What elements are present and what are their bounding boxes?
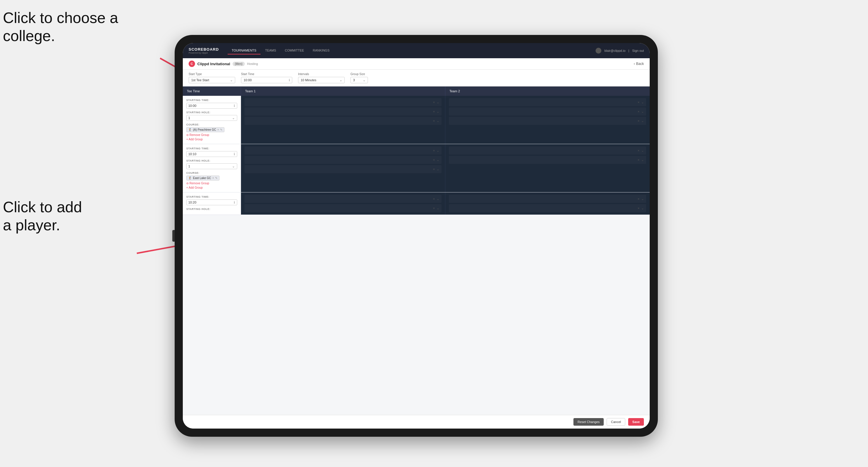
row-2-t2p1-arrow[interactable]: ⌄ bbox=[641, 149, 644, 153]
row-1-t2p2-arrow[interactable]: ⌄ bbox=[641, 110, 644, 114]
row-2-course-remove[interactable]: × bbox=[212, 177, 214, 180]
row-3-team1-player2[interactable]: × ⌄ bbox=[245, 204, 441, 212]
row-1-t2p3-arrow[interactable]: ⌄ bbox=[641, 119, 644, 123]
row-2-time-input[interactable] bbox=[186, 151, 237, 157]
row-2-team1-player1[interactable]: × ⌄ bbox=[245, 147, 441, 155]
row-1-course-label: COURSE: bbox=[186, 123, 237, 126]
row-1-add-group[interactable]: + Add Group bbox=[186, 138, 237, 141]
row-3-time-label: STARTING TIME: bbox=[186, 195, 237, 198]
scoreboard-logo: SCOREBOARD Powered by clippd bbox=[189, 47, 219, 54]
reset-button[interactable]: Reset Changes bbox=[574, 418, 604, 426]
row-1-course-tag: 🏌 (A) Peachtree GC × ✎ bbox=[186, 127, 224, 132]
intervals-select[interactable]: 10 Minutes bbox=[298, 77, 345, 83]
row-2-t1p3-arrow[interactable]: ⌄ bbox=[437, 167, 439, 171]
row-1-t2p1-close[interactable]: × bbox=[638, 100, 640, 104]
nav-link-committee[interactable]: COMMITTEE bbox=[281, 47, 308, 55]
row-1-team1-player2[interactable]: × ⌄ bbox=[245, 107, 441, 116]
row-1-course-area: 🏌 (A) Peachtree GC × ✎ bbox=[186, 127, 237, 132]
th-tee-time: Tee Time bbox=[183, 87, 241, 96]
nav-link-rankings[interactable]: RANKINGS bbox=[309, 47, 334, 55]
row-3-t1p1-close[interactable]: × bbox=[433, 197, 435, 200]
back-label[interactable]: Back bbox=[636, 62, 644, 66]
row-2-t1p2-close[interactable]: × bbox=[433, 158, 435, 162]
nav-links: TOURNAMENTS TEAMS COMMITTEE RANKINGS bbox=[228, 47, 596, 55]
row-1-team2: × ⌄ × ⌄ × ⌄ bbox=[445, 96, 650, 144]
row-2-team1-player3[interactable]: × ⌄ bbox=[245, 165, 441, 173]
annotation-add-player: Click to adda player. bbox=[3, 198, 82, 235]
row-2-t1p1-close[interactable]: × bbox=[433, 149, 435, 152]
separator: | bbox=[628, 49, 629, 53]
row-1-t1p3-close[interactable]: × bbox=[433, 119, 435, 123]
row-2-t2p2-arrow[interactable]: ⌄ bbox=[641, 158, 644, 162]
row-3-t2p2-arrow[interactable]: ⌄ bbox=[641, 207, 644, 210]
nav-link-teams[interactable]: TEAMS bbox=[261, 47, 280, 55]
row-1-t1p1-arrow[interactable]: ⌄ bbox=[437, 100, 439, 104]
logo-title: SCOREBOARD bbox=[189, 47, 219, 52]
row-1-t2p1-arrow[interactable]: ⌄ bbox=[641, 100, 644, 104]
row-3-team1-player1[interactable]: × ⌄ bbox=[245, 195, 441, 203]
save-button[interactable]: Save bbox=[628, 418, 644, 426]
row-3-t1p2-arrow[interactable]: ⌄ bbox=[437, 207, 439, 210]
row-2-hole-label: STARTING HOLE: bbox=[186, 159, 237, 162]
row-2-remove-group[interactable]: ⊖ Remove Group bbox=[186, 182, 237, 185]
row-1-remove-group[interactable]: ⊖ Remove Group bbox=[186, 133, 237, 136]
row-3-t2p2-close[interactable]: × bbox=[638, 207, 640, 210]
row-1-time-input[interactable] bbox=[186, 103, 237, 108]
row-2-team2: × ⌄ × ⌄ bbox=[445, 144, 650, 192]
start-time-input[interactable] bbox=[241, 77, 292, 83]
nav-link-tournaments[interactable]: TOURNAMENTS bbox=[228, 47, 260, 55]
row-3-team2-player1[interactable]: × ⌄ bbox=[449, 195, 646, 203]
start-type-group: Start Type 1st Tee Start bbox=[189, 72, 235, 83]
sign-out-link[interactable]: Sign out bbox=[632, 49, 644, 53]
cancel-button[interactable]: Cancel bbox=[607, 418, 625, 426]
th-team1: Team 1 bbox=[241, 87, 445, 96]
row-3-t1p2-close[interactable]: × bbox=[433, 207, 435, 210]
row-3-t2p1-arrow[interactable]: ⌄ bbox=[641, 197, 644, 201]
row-1-team2-player2[interactable]: × ⌄ bbox=[449, 107, 646, 116]
row-2-hole-wrapper: 1 bbox=[186, 163, 237, 169]
row-2-t1p3-close[interactable]: × bbox=[433, 167, 435, 171]
row-1-team1-player1[interactable]: × ⌄ bbox=[245, 98, 441, 106]
logo-sub: Powered by clippd bbox=[189, 52, 219, 54]
row-1-course-remove[interactable]: × bbox=[217, 128, 219, 131]
row-1-team2-player3[interactable]: × ⌄ bbox=[449, 117, 646, 125]
row-1-time-label: STARTING TIME: bbox=[186, 99, 237, 102]
row-1-t1p2-arrow[interactable]: ⌄ bbox=[437, 110, 439, 114]
schedule-row-2: STARTING TIME: STARTING HOLE: 1 COURSE: … bbox=[183, 144, 650, 192]
row-2-t1p1-arrow[interactable]: ⌄ bbox=[437, 149, 439, 153]
row-1-t1p2-close[interactable]: × bbox=[433, 110, 435, 113]
row-3-t1p1-arrow[interactable]: ⌄ bbox=[437, 197, 439, 201]
intervals-group: Intervals 10 Minutes bbox=[298, 72, 345, 83]
row-2-team1-player2[interactable]: × ⌄ bbox=[245, 156, 441, 164]
row-2-team2-player2[interactable]: × ⌄ bbox=[449, 156, 646, 164]
row-3-time-input[interactable] bbox=[186, 199, 237, 205]
row-1-t2p3-close[interactable]: × bbox=[638, 119, 640, 123]
row-2-t2p2-close[interactable]: × bbox=[638, 158, 640, 162]
row-1-t1p3-arrow[interactable]: ⌄ bbox=[437, 119, 439, 123]
row-2-course-edit[interactable]: ✎ bbox=[215, 177, 217, 180]
table-body: STARTING TIME: STARTING HOLE: 1 COURSE: … bbox=[183, 96, 650, 415]
row-1-t2p2-close[interactable]: × bbox=[638, 110, 640, 113]
row-3-t2p1-close[interactable]: × bbox=[638, 197, 640, 200]
row-1-course-icon: 🏌 bbox=[188, 128, 192, 131]
row-1-team1: × ⌄ × ⌄ × ⌄ bbox=[241, 96, 445, 144]
group-size-select-wrapper: 3 bbox=[350, 77, 368, 83]
row-2-t2p1-close[interactable]: × bbox=[638, 149, 640, 152]
row-1-team1-player3[interactable]: × ⌄ bbox=[245, 117, 441, 125]
row-2-t1p2-arrow[interactable]: ⌄ bbox=[437, 158, 439, 162]
row-2-add-group[interactable]: + Add Group bbox=[186, 186, 237, 189]
row-2-team2-player1[interactable]: × ⌄ bbox=[449, 147, 646, 155]
row-1-course-edit[interactable]: ✎ bbox=[220, 128, 222, 131]
row-3-team2-player2[interactable]: × ⌄ bbox=[449, 204, 646, 212]
group-size-select[interactable]: 3 bbox=[350, 77, 368, 83]
row-2-course-name: East Lake GC bbox=[193, 177, 211, 180]
intervals-label: Intervals bbox=[298, 72, 345, 76]
row-1-t1p1-close[interactable]: × bbox=[433, 100, 435, 104]
row-1-team2-player1[interactable]: × ⌄ bbox=[449, 98, 646, 106]
row-2-hole-select[interactable]: 1 bbox=[186, 163, 237, 169]
row-3-team1: × ⌄ × ⌄ bbox=[241, 192, 445, 215]
start-type-select-wrapper: 1st Tee Start bbox=[189, 77, 235, 83]
back-button[interactable]: ‹ Back bbox=[634, 62, 644, 66]
row-1-hole-select[interactable]: 1 bbox=[186, 115, 237, 121]
start-type-select[interactable]: 1st Tee Start bbox=[189, 77, 235, 83]
